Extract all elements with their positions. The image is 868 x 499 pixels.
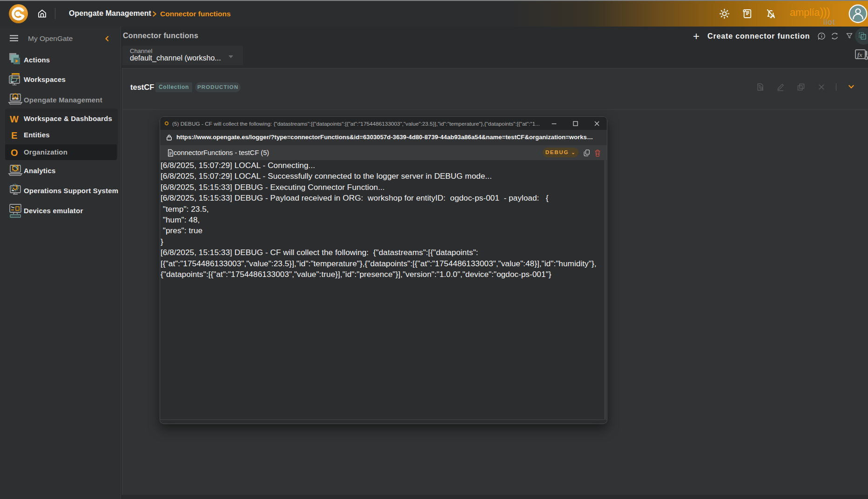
svg-text:fx: fx (857, 51, 862, 58)
